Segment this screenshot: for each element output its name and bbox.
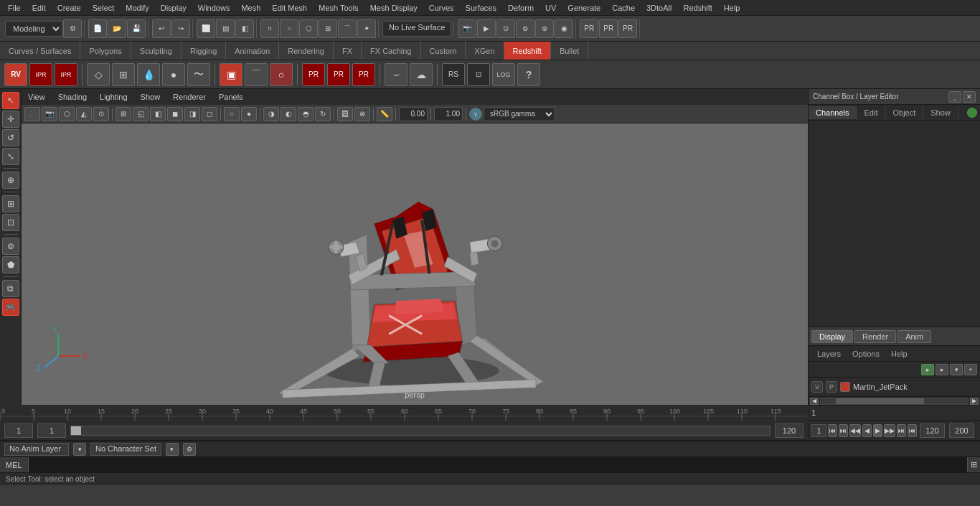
range-end-field[interactable]: [949, 423, 974, 438]
shelf-icon-log[interactable]: LOG: [492, 63, 515, 86]
vp-field-value1[interactable]: [399, 107, 428, 121]
vp-btn-wireframe[interactable]: ⊞: [116, 107, 131, 121]
vp-btn-shade2[interactable]: ◧: [150, 107, 166, 121]
vp-btn-gamma-icon[interactable]: γ: [469, 108, 482, 121]
mode-tab-custom[interactable]: Custom: [421, 42, 466, 60]
toolbar-btn-cam[interactable]: 📷: [458, 19, 476, 38]
shelf-icon-sphere[interactable]: ●: [162, 63, 185, 86]
anim-end-field[interactable]: [920, 423, 945, 438]
toolbar-btn-select-hier[interactable]: ▤: [216, 19, 235, 38]
char-set-field[interactable]: No Character Set: [90, 443, 161, 456]
shelf-icon-pr1[interactable]: PR: [302, 63, 325, 86]
toolbar-btn-new[interactable]: 📄: [88, 19, 107, 38]
frame-current-left[interactable]: [37, 423, 66, 438]
menu-display[interactable]: Display: [156, 2, 192, 14]
toolbar-btn-snap-curve[interactable]: ⌒: [338, 19, 357, 38]
le-menu-layers[interactable]: Layers: [811, 348, 847, 360]
anim-layer-dropdown-btn[interactable]: ▾: [73, 443, 86, 456]
playback-btn-next-key[interactable]: ⏭: [897, 424, 906, 437]
layer-item-jetpack[interactable]: V P Martin_JetPack: [809, 379, 980, 395]
vp-btn-shadow[interactable]: ◑: [263, 107, 279, 121]
menu-help[interactable]: Help: [719, 2, 745, 14]
cb-btn-minimize[interactable]: _: [948, 91, 961, 103]
tool-universal[interactable]: ⊕: [2, 172, 19, 189]
menu-curves[interactable]: Curves: [424, 2, 459, 14]
menu-generate[interactable]: Generate: [562, 2, 606, 14]
playback-btn-step-fwd[interactable]: ▶▶: [884, 424, 895, 437]
playback-btn-go-end[interactable]: ⏮: [908, 424, 917, 437]
toolbar-btn-render1[interactable]: ▶: [477, 19, 496, 38]
shelf-icon-pr3[interactable]: PR: [352, 63, 375, 86]
toolbar-btn-snap-pt[interactable]: ✦: [357, 19, 376, 38]
shelf-icon-diamond[interactable]: ◇: [87, 63, 110, 86]
toolbar-btn-rs2[interactable]: PR: [599, 19, 618, 38]
cb-tab-edit[interactable]: Edit: [857, 106, 885, 119]
toolbar-btn-snap-grid[interactable]: ⊞: [319, 19, 337, 38]
menu-surfaces[interactable]: Surfaces: [461, 2, 501, 14]
cb-tab-show[interactable]: Show: [923, 106, 958, 119]
playback-btn-go-start[interactable]: ⏮: [828, 424, 837, 437]
shelf-icon-cube-red[interactable]: ▣: [220, 63, 242, 86]
char-set-dropdown-btn[interactable]: ▾: [166, 443, 179, 456]
vp-btn-light2[interactable]: ●: [241, 107, 257, 121]
shelf-icon-cloud[interactable]: ☁: [410, 63, 433, 86]
vp-btn-light1[interactable]: ○: [224, 107, 240, 121]
tool-select[interactable]: ↖: [2, 92, 19, 109]
toolbar-btn-render3[interactable]: ⊚: [516, 19, 534, 38]
vp-menu-panels[interactable]: Panels: [215, 91, 247, 103]
toolbar-btn-paint[interactable]: ○: [280, 19, 298, 38]
vp-menu-show[interactable]: Show: [137, 91, 164, 103]
menu-windows[interactable]: Windows: [193, 2, 235, 14]
vp-btn-ao[interactable]: ◐: [281, 107, 296, 121]
menu-create[interactable]: Create: [52, 2, 86, 14]
toolbar-btn-open[interactable]: 📂: [108, 19, 126, 38]
menu-edit-mesh[interactable]: Edit Mesh: [267, 2, 312, 14]
vp-btn-img[interactable]: 🖼: [337, 107, 353, 121]
tool-scale[interactable]: ⤡: [2, 148, 19, 165]
mode-tab-curves-surfaces[interactable]: Curves / Surfaces: [0, 42, 80, 60]
toolbar-btn-select-comp[interactable]: ◧: [235, 19, 254, 38]
menu-3dtoall[interactable]: 3DtoAll: [641, 2, 677, 14]
layer-scrollbar[interactable]: ◀ ▶: [809, 396, 980, 405]
toolbar-btn-render4[interactable]: ⊛: [535, 19, 554, 38]
le-btn-2[interactable]: ▸: [936, 364, 948, 375]
tool-rotate[interactable]: ↺: [2, 129, 19, 146]
tool-render-icon[interactable]: 🎮: [2, 299, 19, 316]
mode-tab-redshift[interactable]: Redshift: [504, 42, 551, 60]
toolbar-btn-undo[interactable]: ↩: [152, 19, 171, 38]
shelf-icon-rv[interactable]: RV: [4, 63, 27, 86]
viewport-canvas[interactable]: X Y Z persp: [22, 123, 808, 405]
cb-btn-close[interactable]: ✕: [963, 91, 976, 103]
le-btn-1[interactable]: ▸: [921, 364, 934, 375]
toolbar-btn-select-obj[interactable]: ⬜: [197, 19, 215, 38]
tool-soft-sel[interactable]: ⊚: [2, 238, 19, 255]
shelf-icon-drop[interactable]: 💧: [137, 63, 160, 86]
frame-start-field[interactable]: [4, 423, 33, 438]
menu-edit[interactable]: Edit: [27, 2, 51, 14]
le-btn-4[interactable]: +: [964, 364, 977, 375]
vp-menu-view[interactable]: View: [24, 91, 49, 103]
vp-btn-cam3[interactable]: ⬡: [59, 107, 75, 121]
mode-tab-polygons[interactable]: Polygons: [80, 42, 131, 60]
layer-playback-btn[interactable]: P: [826, 381, 837, 393]
mode-tab-fx-caching[interactable]: FX Caching: [362, 42, 420, 60]
vp-gamma-dropdown[interactable]: sRGB gamma: [484, 107, 555, 121]
vp-btn-measure[interactable]: 📏: [377, 107, 392, 121]
tool-isolate[interactable]: ⧉: [2, 280, 19, 297]
le-tab-anim[interactable]: Anim: [897, 330, 931, 343]
anim-layer-field[interactable]: No Anim Layer: [4, 443, 69, 456]
menu-select[interactable]: Select: [88, 2, 120, 14]
menu-mesh-display[interactable]: Mesh Display: [365, 2, 423, 14]
mode-tab-fx[interactable]: FX: [334, 42, 362, 60]
tool-paint-sel[interactable]: ⬟: [2, 256, 19, 273]
toolbar-btn-save[interactable]: 💾: [127, 19, 146, 38]
vp-btn-motion[interactable]: ↻: [315, 107, 331, 121]
menu-modify[interactable]: Modify: [121, 2, 154, 14]
vp-menu-shading[interactable]: Shading: [55, 91, 90, 103]
shelf-icon-pr2[interactable]: PR: [327, 63, 350, 86]
cb-btn-color[interactable]: [967, 108, 977, 118]
scroll-left-arrow[interactable]: ◀: [810, 398, 819, 405]
shelf-icon-rs-icon1[interactable]: RS: [442, 63, 465, 86]
menu-mesh[interactable]: Mesh: [236, 2, 265, 14]
mode-dropdown[interactable]: Modeling: [5, 21, 62, 37]
